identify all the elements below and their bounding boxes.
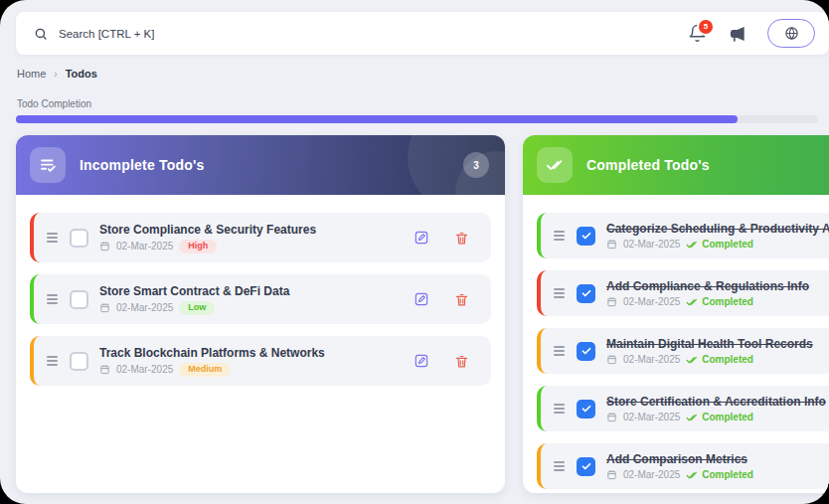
drag-handle-icon[interactable] [553, 400, 566, 418]
list-check-icon [30, 147, 66, 183]
priority-badge: Medium [179, 363, 231, 377]
double-check-icon [537, 147, 573, 183]
completed-status-badge: Completed [686, 239, 753, 251]
drag-handle-icon[interactable] [46, 229, 59, 247]
incomplete-count-badge: 3 [463, 152, 489, 178]
incomplete-todo-row: Store Smart Contract & DeFi Data 02-Mar-… [30, 274, 491, 324]
breadcrumb-current: Todos [66, 68, 97, 80]
completed-status-badge: Completed [686, 354, 753, 366]
todo-checkbox-checked[interactable] [577, 457, 595, 476]
todo-checkbox-checked[interactable] [577, 400, 595, 419]
topbar: Search [CTRL + K] 5 [16, 12, 829, 55]
todo-date: 02-Mar-2025 [623, 469, 680, 480]
drag-handle-icon[interactable] [46, 352, 59, 370]
completed-status-badge: Completed [686, 469, 753, 481]
todo-date: 02-Mar-2025 [623, 239, 680, 250]
todo-checkbox[interactable] [70, 229, 88, 248]
completed-todos-card: Completed Todo's Categorize Scheduling &… [523, 135, 829, 493]
announcement-megaphone-icon[interactable] [728, 24, 747, 44]
check-icon [580, 460, 592, 472]
calendar-icon [606, 469, 617, 480]
double-check-icon [686, 296, 698, 308]
calendar-icon [99, 364, 110, 375]
check-icon [580, 287, 592, 299]
todo-checkbox-checked[interactable] [577, 284, 595, 303]
todo-title: Store Certification & Accreditation Info [606, 395, 825, 409]
incomplete-todos-card: Incomplete Todo's 3 Store Compliance & S… [16, 135, 505, 493]
todo-checkbox-checked[interactable] [577, 227, 595, 246]
completed-status-badge: Completed [686, 412, 753, 423]
edit-button[interactable] [412, 289, 431, 309]
delete-button[interactable] [452, 352, 471, 371]
completed-todo-row: Store Certification & Accreditation Info… [537, 386, 829, 431]
incomplete-todo-row: Store Compliance & Security Features 02-… [30, 213, 491, 262]
globe-icon [784, 26, 799, 41]
todo-title: Store Compliance & Security Features [99, 223, 316, 237]
todo-completion-label: Todo Completion [17, 98, 91, 109]
drag-handle-icon[interactable] [46, 290, 59, 308]
breadcrumb-home-link[interactable]: Home [17, 68, 46, 80]
todo-title: Categorize Scheduling & Productivity App… [606, 222, 825, 236]
breadcrumb-separator: › [54, 69, 57, 80]
todo-title: Store Smart Contract & DeFi Data [99, 284, 289, 298]
completed-todo-row: Add Compliance & Regulations Info 02-Mar… [537, 270, 829, 316]
completed-todo-row: Maintain Digital Health Tool Records 02-… [537, 328, 829, 374]
completed-status-badge: Completed [686, 296, 753, 308]
todo-date: 02-Mar-2025 [116, 241, 173, 252]
calendar-icon [99, 241, 110, 252]
edit-button[interactable] [412, 228, 431, 248]
incomplete-card-header: Incomplete Todo's 3 [16, 135, 505, 195]
double-check-icon [686, 354, 698, 366]
todo-completion-progressbar [16, 115, 818, 123]
check-icon [580, 230, 592, 242]
check-icon [580, 403, 592, 415]
drag-handle-icon[interactable] [553, 457, 566, 475]
app-window: Search [CTRL + K] 5 Home › Todos Todo Co… [0, 0, 829, 504]
search-input[interactable]: Search [CTRL + K] [34, 27, 688, 41]
completed-todo-row: Categorize Scheduling & Productivity App… [537, 213, 829, 258]
search-icon [34, 27, 48, 41]
todo-title: Maintain Digital Health Tool Records [606, 337, 813, 351]
delete-button[interactable] [452, 229, 471, 248]
todo-date: 02-Mar-2025 [623, 296, 680, 307]
double-check-icon [686, 239, 698, 251]
todo-date: 02-Mar-2025 [623, 412, 680, 422]
double-check-icon [686, 469, 698, 481]
calendar-icon [99, 302, 110, 313]
double-check-icon [686, 412, 698, 423]
completed-card-header: Completed Todo's [523, 135, 829, 195]
breadcrumb: Home › Todos [17, 68, 97, 80]
incomplete-card-title: Incomplete Todo's [80, 157, 204, 173]
todo-checkbox[interactable] [70, 290, 88, 309]
priority-badge: Low [179, 301, 215, 315]
completed-card-title: Completed Todo's [586, 157, 710, 173]
search-placeholder: Search [CTRL + K] [59, 28, 154, 40]
progress-fill [16, 115, 738, 123]
todo-title: Track Blockchain Platforms & Networks [99, 346, 325, 360]
check-icon [580, 345, 592, 357]
calendar-icon [606, 239, 617, 250]
notification-count-badge: 5 [697, 18, 715, 36]
todo-date: 02-Mar-2025 [623, 354, 680, 365]
priority-badge: High [179, 240, 217, 253]
completed-todo-row: Add Comparison Metrics 02-Mar-2025 Compl… [537, 443, 829, 489]
calendar-icon [606, 296, 617, 307]
incomplete-todo-row: Track Blockchain Platforms & Networks 02… [30, 336, 491, 386]
drag-handle-icon[interactable] [553, 342, 566, 360]
drag-handle-icon[interactable] [553, 284, 566, 302]
todo-title: Add Compliance & Regulations Info [606, 279, 809, 293]
calendar-icon [606, 354, 617, 365]
calendar-icon [606, 412, 617, 422]
todo-date: 02-Mar-2025 [116, 302, 173, 313]
language-selector-button[interactable] [767, 19, 815, 48]
todo-date: 02-Mar-2025 [116, 364, 173, 375]
todo-checkbox-checked[interactable] [577, 342, 595, 361]
delete-button[interactable] [452, 290, 471, 309]
todo-title: Add Comparison Metrics [606, 452, 753, 466]
edit-button[interactable] [412, 351, 431, 371]
notifications-button[interactable]: 5 [688, 24, 708, 44]
drag-handle-icon[interactable] [553, 227, 566, 245]
todo-checkbox[interactable] [70, 352, 88, 371]
